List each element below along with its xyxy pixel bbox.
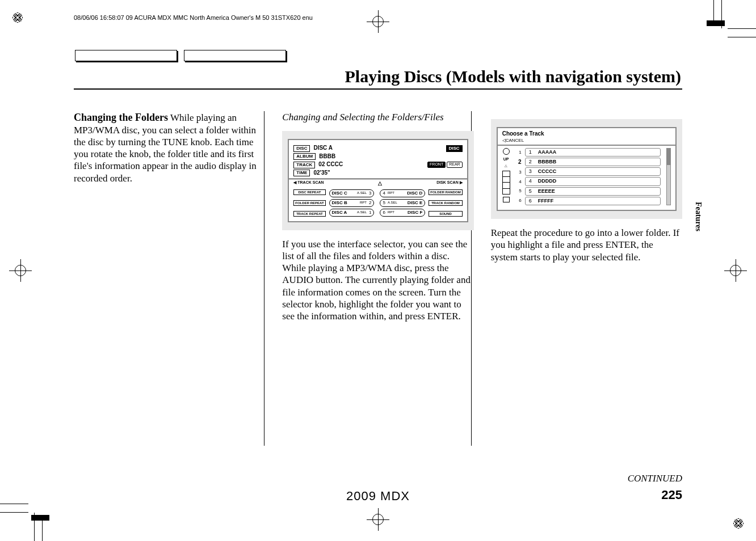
preset-button: 6RPTDISC F (380, 209, 425, 217)
up-triangle-icon: △ (378, 180, 382, 187)
sound-label: SOUND (429, 211, 462, 217)
folder-random-label: FOLDER RANDOM (429, 189, 462, 195)
front-pill: FRONT (427, 162, 446, 168)
placeholder-box (75, 50, 177, 61)
placeholder-boxes (75, 50, 286, 61)
rear-pill: REAR (447, 162, 462, 168)
time-value: 02'35" (313, 170, 330, 177)
registration-mark-icon (730, 515, 747, 532)
column-1: Changing the Folders While playing an MP… (74, 111, 265, 322)
track-value: 02 CCCC (318, 161, 343, 168)
nav-side-controls: UP △ (502, 148, 510, 206)
crosshair-icon (367, 508, 389, 531)
time-label: TIME (293, 170, 310, 176)
crosshair-icon (9, 259, 32, 282)
crop-mark (31, 515, 49, 521)
radio-screen: DISC DISC A DISC ALBUM BBBB TRACK 02 CCC… (288, 139, 468, 222)
album-label: ALBUM (293, 153, 316, 160)
page-title: Playing Discs (Models with navigation sy… (345, 67, 682, 86)
crop-mark (728, 37, 756, 37)
registration-mark-icon (9, 9, 26, 26)
nav-screen: Choose a Track ◁CANCEL UP △ 1 2 3 (497, 127, 677, 211)
section-tab-label: Features (694, 202, 703, 231)
preset-button: DISC AA.SEL1 (329, 209, 375, 217)
crop-mark (0, 504, 28, 504)
box-icon (503, 197, 510, 202)
continued-label: CONTINUED (628, 473, 682, 484)
list-item: 4DDDDD (525, 177, 661, 185)
disc-icon (503, 148, 510, 155)
preset-button: 4RPTDISC D (380, 189, 425, 197)
nav-track-list: 1AAAAA 2BBBBB 3CCCCC 4DDDDD 5EEEEE 6FFFF… (525, 148, 661, 206)
disc-value: DISC A (313, 145, 333, 152)
list-item: 2BBBBB (525, 158, 661, 166)
album-value: BBBB (319, 153, 335, 160)
up-triangle-icon: △ (505, 164, 507, 168)
folder-repeat-label: FOLDER REPEAT (293, 200, 325, 206)
track-repeat-label: TRACK REPEAT (293, 211, 325, 217)
crosshair-icon (367, 10, 389, 33)
crop-mark (42, 518, 43, 541)
column-3: Choose a Track ◁CANCEL UP △ 1 2 3 (491, 111, 682, 322)
nav-track-list-figure: Choose a Track ◁CANCEL UP △ 1 2 3 (491, 119, 682, 219)
column-2: Changing and Selecting the Folders/Files… (282, 111, 473, 322)
subheading: Changing the Folders (74, 112, 168, 123)
list-item: 1AAAAA (525, 148, 661, 157)
horizontal-rule (74, 88, 682, 90)
list-item: 5EEEEE (525, 187, 661, 196)
body-text: Repeat the procedure to go into a lower … (491, 227, 682, 263)
scrollbar (666, 148, 671, 206)
content-columns: Changing the Folders While playing an MP… (74, 111, 682, 322)
nav-title: Choose a Track (502, 130, 671, 138)
crop-mark (0, 512, 28, 513)
subheading-italic: Changing and Selecting the Folders/Files (282, 111, 473, 123)
preset-button: DISC BRPT2 (329, 199, 375, 207)
preset-button: DISC CA.SEL3 (329, 189, 375, 197)
nav-index-column: 1 2 3 4 5 6 (514, 148, 522, 206)
nav-ladder-icon (502, 171, 510, 195)
nav-cancel-label: ◁CANCEL (502, 138, 671, 143)
preset-button: 5A.SELDISC E (380, 199, 425, 207)
placeholder-box (184, 50, 286, 61)
crop-mark (713, 0, 714, 23)
track-label: TRACK (293, 162, 315, 168)
crosshair-icon (724, 259, 747, 282)
disc-badge: DISC (446, 145, 463, 152)
crop-mark (707, 20, 725, 26)
track-random-label: TRACK RANDOM (429, 200, 462, 206)
model-year: 2009 MDX (346, 489, 410, 504)
radio-display-figure: DISC DISC A DISC ALBUM BBBB TRACK 02 CCC… (282, 131, 473, 230)
track-scan-label: ◀ TRACK SCAN (293, 180, 324, 187)
disc-repeat-label: DISC REPEAT (293, 189, 325, 195)
nav-up-label: UP (503, 157, 509, 162)
crop-mark (728, 28, 756, 29)
page-number: 225 (661, 488, 682, 502)
print-header-metadata: 08/06/06 16:58:07 09 ACURA MDX MMC North… (74, 14, 313, 21)
list-item: 6FFFFF (525, 197, 661, 205)
disc-label: DISC (293, 145, 310, 152)
list-item: 3CCCCC (525, 167, 661, 176)
body-text: If you use the interface selector, you c… (282, 238, 473, 323)
disk-scan-label: DISK SCAN ▶ (436, 180, 462, 187)
